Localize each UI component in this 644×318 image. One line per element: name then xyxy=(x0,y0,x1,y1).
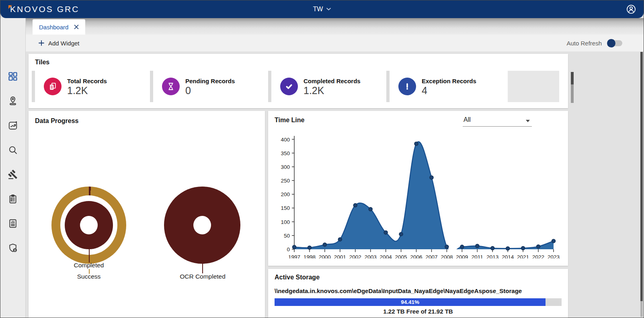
tab-dashboard[interactable]: Dashboard xyxy=(33,19,85,35)
svg-text:2009: 2009 xyxy=(456,254,468,259)
svg-text:2004: 2004 xyxy=(380,254,392,259)
svg-text:400: 400 xyxy=(281,137,290,143)
sidebar-item-privacy[interactable] xyxy=(8,243,18,253)
chevron-down-icon xyxy=(326,8,331,11)
storage-free-text: 1.22 TB Free of 21.92 TB xyxy=(275,308,562,315)
svg-text:2006: 2006 xyxy=(410,254,422,259)
tiles-scrollbar-thumb[interactable] xyxy=(571,72,574,84)
timeline-title: Time Line xyxy=(275,117,304,124)
plus-icon xyxy=(38,40,45,46)
timeline-chart: 0501001502002503003504001997199820002001… xyxy=(272,132,560,259)
tiles-scrollbar-track xyxy=(571,84,574,103)
svg-text:150: 150 xyxy=(281,205,290,211)
active-storage-title: Active Storage xyxy=(275,274,320,281)
svg-text:2001: 2001 xyxy=(334,254,346,259)
user-profile-button[interactable] xyxy=(626,4,636,14)
svg-text:50: 50 xyxy=(284,233,290,239)
clipboard-icon xyxy=(8,194,18,204)
svg-text:2005: 2005 xyxy=(395,254,407,259)
svg-text:100: 100 xyxy=(281,219,290,225)
svg-text:1997: 1997 xyxy=(288,254,300,259)
donut-label-completed: Completed xyxy=(57,262,121,269)
page-scrollbar[interactable] xyxy=(640,52,643,317)
tile-label: Pending Records xyxy=(185,77,235,85)
auto-refresh-control: Auto Refresh xyxy=(566,40,622,47)
timeline-filter-value: All xyxy=(464,116,471,123)
leader-line-ocr xyxy=(202,263,203,273)
user-icon xyxy=(626,4,636,14)
svg-text:1998: 1998 xyxy=(304,254,316,259)
dashboard-content: Tiles Total Records 1.2K xyxy=(25,51,644,318)
svg-text:2023: 2023 xyxy=(548,254,560,259)
toggle-knob xyxy=(607,39,615,47)
donut-label-ocr-completed: OCR Completed xyxy=(170,273,235,280)
top-navbar: KNOVOS GRC TW xyxy=(0,0,644,18)
tab-bar: Dashboard xyxy=(25,18,644,35)
svg-text:2002: 2002 xyxy=(349,254,361,259)
sidebar-item-tasks[interactable] xyxy=(8,194,18,204)
hourglass-icon xyxy=(162,78,180,95)
tile-placeholder xyxy=(508,71,559,102)
page-scrollbar-thumb[interactable] xyxy=(640,52,643,301)
workspace-selector[interactable]: TW xyxy=(313,6,331,13)
data-progress-title: Data Progress xyxy=(35,117,79,125)
tab-close-icon[interactable] xyxy=(74,25,79,29)
donut-label-success: Success xyxy=(57,273,121,280)
svg-text:2008: 2008 xyxy=(441,254,453,259)
privacy-shield-icon xyxy=(8,243,18,253)
auto-refresh-toggle[interactable] xyxy=(608,40,622,46)
svg-text:2007: 2007 xyxy=(425,254,437,259)
svg-text:2013: 2013 xyxy=(486,254,498,259)
svg-text:200: 200 xyxy=(281,191,290,197)
svg-text:2011: 2011 xyxy=(472,254,483,259)
svg-text:250: 250 xyxy=(281,178,290,184)
checkmark-icon xyxy=(280,78,298,95)
tile-value: 4 xyxy=(422,85,476,96)
storage-progress-fill: 94.41% xyxy=(275,298,546,306)
analytics-icon xyxy=(8,120,18,131)
svg-text:350: 350 xyxy=(281,150,290,156)
donut-hole xyxy=(80,216,98,234)
svg-text:0: 0 xyxy=(287,246,290,252)
leader-line-completed xyxy=(89,248,90,263)
svg-text:2014: 2014 xyxy=(502,254,514,259)
tile-value: 1.2K xyxy=(67,85,107,96)
sidebar-item-analytics[interactable] xyxy=(8,120,18,131)
add-widget-button[interactable]: Add Widget xyxy=(36,39,82,47)
search-icon xyxy=(8,145,18,155)
timeline-widget: Time Line All 05010015020025030035040019… xyxy=(268,111,568,266)
sidebar-item-search[interactable] xyxy=(8,145,18,155)
tile-value: 0 xyxy=(185,85,235,96)
tiles-scrollbar[interactable] xyxy=(571,72,574,103)
sidebar xyxy=(0,18,26,318)
brand-logo: KNOVOS GRC xyxy=(8,4,79,14)
sidebar-item-legal[interactable] xyxy=(8,169,18,180)
timeline-filter-dropdown[interactable]: All xyxy=(463,115,532,127)
tile-completed-records: Completed Records 1.2K xyxy=(268,71,386,102)
documents-icon xyxy=(44,78,62,95)
dashboard-icon xyxy=(8,71,18,82)
brand-text: KNOVOS GRC xyxy=(10,4,79,14)
auto-refresh-label: Auto Refresh xyxy=(566,40,602,47)
tile-pending-records: Pending Records 0 xyxy=(150,71,268,102)
location-icon xyxy=(8,96,18,106)
tab-label: Dashboard xyxy=(39,24,68,31)
svg-text:300: 300 xyxy=(281,164,290,170)
donut-chart-ocr-completed xyxy=(164,187,240,264)
tile-label: Completed Records xyxy=(304,77,361,85)
report-icon xyxy=(8,218,18,229)
active-storage-widget: Active Storage \\nedgedata.in.knovos.com… xyxy=(268,269,568,318)
svg-text:2021: 2021 xyxy=(517,254,529,259)
tile-label: Total Records xyxy=(67,77,107,85)
sidebar-item-dashboard[interactable] xyxy=(8,71,18,82)
brand-logo-icon xyxy=(8,5,12,9)
svg-text:2022: 2022 xyxy=(532,254,544,259)
workspace-label: TW xyxy=(313,6,323,13)
exclamation-icon xyxy=(398,78,416,95)
svg-text:2000: 2000 xyxy=(319,254,331,259)
tiles-title: Tiles xyxy=(35,59,49,66)
sidebar-item-data-map[interactable] xyxy=(8,96,18,106)
sidebar-item-reports[interactable] xyxy=(8,218,18,229)
caret-down-icon xyxy=(526,120,530,122)
dashboard-toolbar: Add Widget Auto Refresh xyxy=(25,35,644,52)
